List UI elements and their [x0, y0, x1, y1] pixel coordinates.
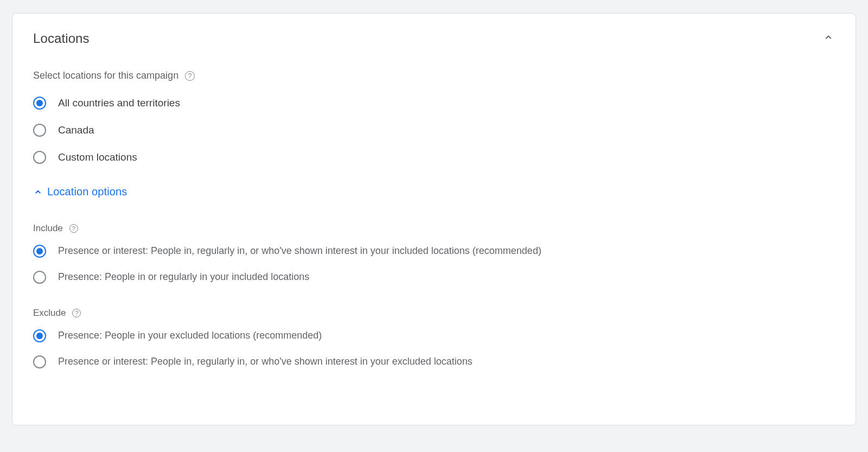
radio-icon: [33, 329, 46, 342]
location-options-label: Location options: [47, 186, 127, 198]
exclude-option-presence-or-interest[interactable]: Presence or interest: People in, regular…: [33, 355, 835, 368]
help-icon[interactable]: ?: [185, 71, 195, 81]
radio-icon: [33, 355, 46, 368]
radio-icon: [33, 97, 46, 110]
radio-label: Custom locations: [58, 151, 137, 163]
location-option-all[interactable]: All countries and territories: [33, 97, 835, 110]
include-option-presence[interactable]: Presence: People in or regularly in your…: [33, 271, 835, 284]
collapse-button[interactable]: [822, 31, 835, 44]
radio-label: All countries and territories: [58, 97, 180, 109]
radio-icon: [33, 271, 46, 284]
include-radio-group: Presence or interest: People in, regular…: [33, 245, 835, 284]
chevron-up-icon: [33, 187, 43, 197]
locations-panel: Locations Select locations for this camp…: [12, 13, 856, 425]
radio-label: Presence: People in or regularly in your…: [58, 271, 309, 283]
include-label: Include: [33, 223, 63, 234]
include-option-presence-or-interest[interactable]: Presence or interest: People in, regular…: [33, 245, 835, 258]
radio-label: Presence or interest: People in, regular…: [58, 245, 541, 257]
panel-header: Locations: [33, 31, 835, 46]
radio-icon: [33, 245, 46, 258]
radio-icon: [33, 151, 46, 164]
exclude-label: Exclude: [33, 308, 66, 319]
location-option-canada[interactable]: Canada: [33, 124, 835, 137]
help-icon[interactable]: ?: [72, 309, 81, 317]
radio-label: Presence: People in your excluded locati…: [58, 330, 322, 341]
chevron-up-icon: [823, 32, 834, 43]
exclude-option-presence[interactable]: Presence: People in your excluded locati…: [33, 329, 835, 342]
exclude-section-label: Exclude ?: [33, 308, 835, 319]
location-option-custom[interactable]: Custom locations: [33, 151, 835, 164]
panel-subtitle-row: Select locations for this campaign ?: [33, 70, 835, 81]
panel-title: Locations: [33, 31, 90, 46]
help-icon[interactable]: ?: [69, 224, 78, 233]
radio-label: Canada: [58, 124, 94, 136]
location-radio-group: All countries and territories Canada Cus…: [33, 97, 835, 164]
location-options-toggle[interactable]: Location options: [33, 186, 127, 198]
radio-icon: [33, 124, 46, 137]
include-section-label: Include ?: [33, 223, 835, 234]
exclude-radio-group: Presence: People in your excluded locati…: [33, 329, 835, 368]
radio-label: Presence or interest: People in, regular…: [58, 356, 473, 367]
panel-subtitle: Select locations for this campaign: [33, 70, 178, 81]
